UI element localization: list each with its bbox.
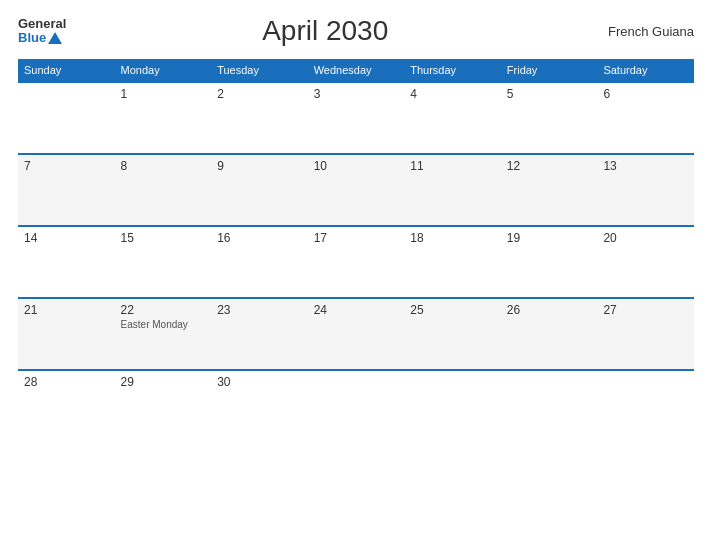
day-number: 14 — [24, 231, 109, 245]
calendar-week-3: 14151617181920 — [18, 226, 694, 298]
calendar-grid: Sunday Monday Tuesday Wednesday Thursday… — [18, 59, 694, 442]
calendar-cell: 1 — [115, 82, 212, 154]
day-number: 11 — [410, 159, 495, 173]
calendar-cell: 13 — [597, 154, 694, 226]
calendar-cell: 25 — [404, 298, 501, 370]
day-number: 24 — [314, 303, 399, 317]
day-number: 7 — [24, 159, 109, 173]
header-thursday: Thursday — [404, 59, 501, 82]
header-friday: Friday — [501, 59, 598, 82]
calendar-cell: 3 — [308, 82, 405, 154]
logo-triangle-icon — [48, 32, 62, 44]
day-number: 20 — [603, 231, 688, 245]
calendar-cell: 27 — [597, 298, 694, 370]
calendar-cell: 16 — [211, 226, 308, 298]
day-number: 23 — [217, 303, 302, 317]
calendar-cell: 15 — [115, 226, 212, 298]
header-saturday: Saturday — [597, 59, 694, 82]
day-number: 17 — [314, 231, 399, 245]
calendar-week-5: 282930 — [18, 370, 694, 442]
calendar-cell: 11 — [404, 154, 501, 226]
calendar-cell: 12 — [501, 154, 598, 226]
calendar-cell: 5 — [501, 82, 598, 154]
calendar-cell: 18 — [404, 226, 501, 298]
calendar-cell: 28 — [18, 370, 115, 442]
day-number: 15 — [121, 231, 206, 245]
calendar-cell — [308, 370, 405, 442]
day-number: 12 — [507, 159, 592, 173]
day-number: 1 — [121, 87, 206, 101]
calendar-body: 12345678910111213141516171819202122Easte… — [18, 82, 694, 442]
calendar-cell: 7 — [18, 154, 115, 226]
calendar-cell — [18, 82, 115, 154]
day-number: 9 — [217, 159, 302, 173]
day-number: 18 — [410, 231, 495, 245]
day-number: 10 — [314, 159, 399, 173]
calendar-title: April 2030 — [66, 15, 584, 47]
calendar-cell: 4 — [404, 82, 501, 154]
holiday-label: Easter Monday — [121, 319, 206, 330]
calendar-header: General Blue April 2030 French Guiana — [18, 15, 694, 47]
day-number: 30 — [217, 375, 302, 389]
day-number: 3 — [314, 87, 399, 101]
day-number: 8 — [121, 159, 206, 173]
calendar-cell: 17 — [308, 226, 405, 298]
day-number: 21 — [24, 303, 109, 317]
header-tuesday: Tuesday — [211, 59, 308, 82]
logo-general-text: General — [18, 17, 66, 31]
calendar-cell: 6 — [597, 82, 694, 154]
calendar-cell: 19 — [501, 226, 598, 298]
weekday-header-row: Sunday Monday Tuesday Wednesday Thursday… — [18, 59, 694, 82]
day-number: 28 — [24, 375, 109, 389]
day-number: 6 — [603, 87, 688, 101]
header-sunday: Sunday — [18, 59, 115, 82]
day-number: 13 — [603, 159, 688, 173]
calendar-cell — [597, 370, 694, 442]
day-number: 25 — [410, 303, 495, 317]
calendar-cell: 8 — [115, 154, 212, 226]
calendar-week-4: 2122Easter Monday2324252627 — [18, 298, 694, 370]
day-number: 4 — [410, 87, 495, 101]
day-number: 27 — [603, 303, 688, 317]
calendar-cell: 10 — [308, 154, 405, 226]
calendar-cell: 30 — [211, 370, 308, 442]
calendar-cell: 21 — [18, 298, 115, 370]
calendar-week-1: 123456 — [18, 82, 694, 154]
calendar-cell — [501, 370, 598, 442]
day-number: 26 — [507, 303, 592, 317]
logo-blue-text: Blue — [18, 31, 62, 45]
calendar-cell: 9 — [211, 154, 308, 226]
day-number: 29 — [121, 375, 206, 389]
logo: General Blue — [18, 17, 66, 46]
region-label: French Guiana — [584, 24, 694, 39]
header-monday: Monday — [115, 59, 212, 82]
day-number: 16 — [217, 231, 302, 245]
calendar-cell: 22Easter Monday — [115, 298, 212, 370]
day-number: 2 — [217, 87, 302, 101]
day-number: 5 — [507, 87, 592, 101]
calendar-cell: 26 — [501, 298, 598, 370]
calendar-cell: 14 — [18, 226, 115, 298]
calendar-container: General Blue April 2030 French Guiana Su… — [0, 0, 712, 550]
calendar-week-2: 78910111213 — [18, 154, 694, 226]
calendar-cell — [404, 370, 501, 442]
day-number: 22 — [121, 303, 206, 317]
calendar-cell: 24 — [308, 298, 405, 370]
calendar-cell: 29 — [115, 370, 212, 442]
calendar-cell: 2 — [211, 82, 308, 154]
calendar-cell: 23 — [211, 298, 308, 370]
calendar-cell: 20 — [597, 226, 694, 298]
header-wednesday: Wednesday — [308, 59, 405, 82]
day-number: 19 — [507, 231, 592, 245]
